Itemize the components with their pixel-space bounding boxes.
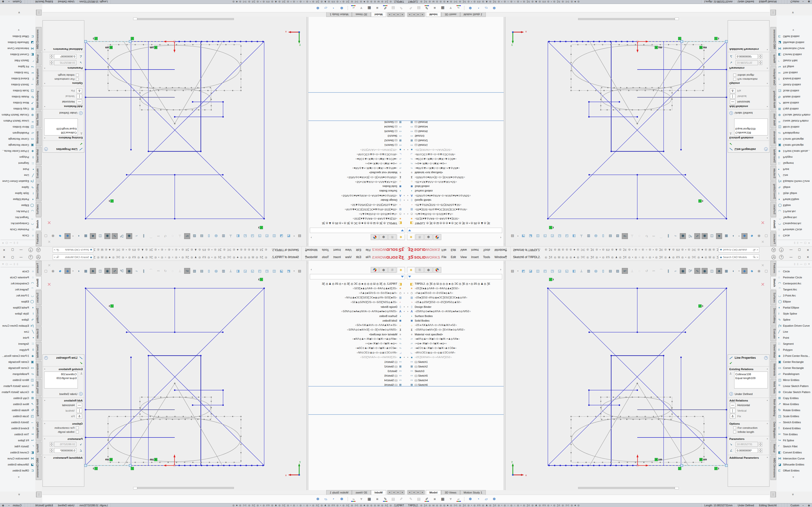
- tree-filter[interactable]: [310, 274, 405, 279]
- faint-control-icon[interactable]: ▯: [17, 242, 18, 244]
- tree-row[interactable]: ▱ ○•◎♣○Ж◉I○⊙○I◉Ж○♣◎•○: [308, 161, 406, 166]
- menu-item[interactable]: File: [439, 256, 449, 259]
- relation-button-icon[interactable]: ⚓: [77, 414, 82, 418]
- command-tab[interactable]: MBD Dimensions: [770, 456, 776, 480]
- sketch-tool-item[interactable]: ◈ 3 Point Center Recta...: [0, 353, 35, 359]
- sketch-tool-item[interactable]: ○ Circle: [0, 233, 35, 239]
- tree-row[interactable]: ▸ A ○Ƨ5ИΛ◎⊙♣A♣◎ИΛA○⊙○AΛИ◎♣A♣⊙◎ΛИ5Ƨ○: [406, 193, 504, 198]
- sketch-tool-item[interactable]: ○ Circle: [0, 268, 35, 274]
- command-tab[interactable]: Sketch: [36, 218, 42, 231]
- tree-row[interactable]: ▭ (-) Sketch5: [406, 129, 504, 134]
- sketch-tool-item[interactable]: ⊞ Copy Entities: [0, 106, 35, 112]
- close-button[interactable]: ✕: [804, 246, 812, 253]
- sketch-tool-item[interactable]: ↔ Stretch Entities: [777, 419, 812, 425]
- menu-item[interactable]: View: [458, 256, 469, 259]
- menu-item[interactable]: Insert: [469, 248, 481, 251]
- expand-arrow-icon[interactable]: ▸: [402, 149, 406, 151]
- relation-badge-corner[interactable]: ∕3: [109, 200, 114, 203]
- spinner[interactable]: ▲▼: [50, 54, 53, 59]
- sketch-gray-entities[interactable]: [571, 383, 704, 465]
- section-title[interactable]: Additional Parameters: [53, 48, 83, 51]
- sketch-tool-item[interactable]: ◯ Ellipse: [777, 203, 812, 209]
- expand-arrow-icon[interactable]: ▸: [406, 149, 410, 151]
- tree-row[interactable]: ∟ ○ИΛ⊙ƆC⊙♟◎○⊙○◎♟⊙ƆC⊙ΛИ○: [406, 152, 504, 157]
- command-tab[interactable]: MBD Dimensions: [770, 27, 776, 51]
- command-tab[interactable]: Data Migration: [36, 66, 42, 88]
- sketch-tool-item[interactable]: ◧ Convert Entities: [777, 52, 812, 58]
- display-toolbar-icon[interactable]: │: [347, 496, 348, 502]
- sketch-tool-item[interactable]: ⌒ Tangent Arc: [777, 286, 812, 292]
- sketch-tool-item[interactable]: ∷ Segment: [0, 341, 35, 347]
- display-toolbar-icon[interactable]: ▦: [366, 496, 372, 502]
- confirmation-corner-cancel-icon[interactable]: ✕: [47, 220, 51, 225]
- rollback-bar[interactable]: [406, 414, 504, 415]
- collapse-icon[interactable]: ▴: [767, 67, 768, 69]
- length-input[interactable]: 10.88152731: [735, 442, 758, 447]
- add-relation-button[interactable]: ⚓ Fix: [44, 414, 82, 418]
- display-toolbar-icon[interactable]: ☸: [491, 496, 497, 502]
- option-row[interactable]: Infinite length: [733, 74, 768, 76]
- display-toolbar-icon[interactable]: ✎: [408, 5, 414, 11]
- tree-row[interactable]: ▱ ○♣ИΛ◎♟+○Ж◉I○⊙○I◉Ж○+♟◎ΛИ♣○: [406, 337, 504, 341]
- tree-expand-arrow[interactable]: ›: [311, 268, 312, 271]
- menu-item[interactable]: Tools: [320, 256, 331, 259]
- confirmation-corner-cancel-icon[interactable]: ✕: [761, 282, 765, 287]
- tree-filter[interactable]: [407, 228, 502, 233]
- relation-badge-equal[interactable]: =109: [105, 46, 113, 49]
- sketch-point[interactable]: [174, 123, 175, 124]
- command-tab[interactable]: Data Migration: [36, 419, 42, 441]
- tab-featuremanager[interactable]: ❖: [397, 234, 405, 240]
- expand-arrow-icon[interactable]: ▸: [406, 199, 410, 201]
- tree-row[interactable]: ◗ Surface Bodies: [406, 314, 504, 318]
- tree-row[interactable]: ≡ Material <not specified>: [406, 170, 504, 175]
- menu-item[interactable]: View: [343, 256, 354, 259]
- length-input[interactable]: 10.88152731: [54, 442, 77, 447]
- tree-row[interactable]: ▭ (-) Sketch4: [406, 378, 504, 382]
- tab-propertymanager[interactable]: ⎘: [388, 267, 396, 273]
- expand-arrow-icon[interactable]: ▸: [402, 292, 406, 294]
- relation-badge-corner[interactable]: ∕3: [93, 467, 98, 470]
- tree-row[interactable]: ◔ ○Ƨ5♟◎Ƨ5ИƷƐ5Ƨ○⊙○Ƨ5ƷƐИ5Ƨ◎♟5Ƨ○: [406, 300, 504, 304]
- tree-row[interactable]: ▭ (-) Sketch1: [406, 359, 504, 364]
- search-dropdown-icon[interactable]: ▾: [54, 249, 56, 251]
- restore-button[interactable]: ▢: [9, 246, 16, 253]
- sketch-tool-item[interactable]: ◜ Sketch Fillet: [0, 443, 35, 449]
- expand-arrow-icon[interactable]: ▸: [402, 213, 406, 215]
- relation-badge-equal[interactable]: =109: [655, 458, 662, 461]
- tree-row[interactable]: ▸ ◷ ○Λ♟◎♣Ƨ5⊙Ƨ○⊙○Ƨ⊙5Ƨ♣◎♟Λ○: [308, 291, 406, 295]
- section-title[interactable]: Add Relations: [729, 105, 748, 108]
- collapse-icon[interactable]: ▴: [44, 67, 45, 69]
- relation-badge-equal[interactable]: =109: [150, 46, 158, 49]
- relation-button-icon[interactable]: —: [730, 100, 735, 104]
- sketch-tool-item[interactable]: ↗ Move Entities: [777, 401, 812, 407]
- command-tab[interactable]: Surfaces: [770, 202, 776, 217]
- tab-nav-prev[interactable]: ◄: [412, 12, 416, 17]
- tab-configurationmanager[interactable]: ⊕: [424, 234, 433, 240]
- close-button[interactable]: ✕: [804, 253, 812, 261]
- help-icon[interactable]: ?: [764, 356, 768, 360]
- tab-nav-last[interactable]: ►: [420, 12, 424, 17]
- search-icon[interactable]: [753, 256, 755, 258]
- sketch-tool-item[interactable]: ◡ 3 Point Arc: [0, 209, 35, 215]
- section-title[interactable]: Existing Relations: [58, 368, 83, 371]
- sketch-tool-item[interactable]: ◠ Centerpoint Arc: [0, 221, 35, 227]
- panel-splitter[interactable]: [504, 17, 506, 246]
- sketch-tool-item[interactable]: ▭ Corner Rectangle: [777, 365, 812, 371]
- tree-row[interactable]: ◧ TЯPDL2. ◎ ƷƐ ◎ Ш ◎ ◎ ◎ ♣ ◎ ƆC ◎ ƷƐ ◎ •…: [406, 221, 504, 225]
- sketch-tool-item[interactable]: ▭ Corner Rectangle: [0, 136, 35, 142]
- collapse-icon[interactable]: ▴: [44, 368, 45, 371]
- user-account-icon[interactable]: [36, 255, 41, 259]
- command-tab[interactable]: Evaluate: [36, 166, 42, 181]
- tree-row[interactable]: ▭ (-) Sketch1: [308, 143, 406, 148]
- tree-row[interactable]: ★ ○Ƨ5ƷƐ♣♟◎ΛAΦ○⊙○ΦAΛ◎♟♣ƷƐ5Ƨ○: [406, 216, 504, 221]
- relation-badge-corner[interactable]: ∕3: [258, 278, 263, 281]
- command-tab[interactable]: MBD Dimensions: [36, 456, 42, 480]
- sketch-tool-item[interactable]: ▱ Parallelogram: [0, 130, 35, 136]
- search-input[interactable]: [60, 256, 89, 259]
- sketch-tool-item[interactable]: ╱ Line: [0, 172, 35, 178]
- sketch-tool-item[interactable]: ✂ Trim Entities: [777, 70, 812, 76]
- sketch-tool-item[interactable]: ⠛ Linear Sketch Pattern: [0, 383, 35, 389]
- ok-check-icon[interactable]: ✔: [43, 361, 84, 366]
- tree-row[interactable]: ▭ Sketch3: [308, 369, 406, 373]
- sketch-tool-item[interactable]: ╱ Line: [777, 172, 812, 178]
